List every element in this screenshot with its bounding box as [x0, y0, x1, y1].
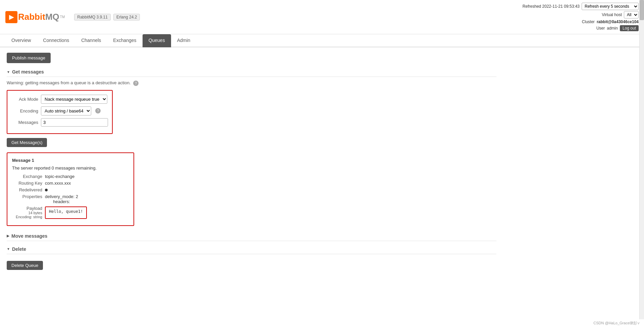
redelivered-row: Redelivered	[12, 187, 129, 192]
user-label: User	[596, 26, 605, 31]
virtual-host-select[interactable]: All /	[624, 11, 639, 18]
get-messages-section-header[interactable]: ▼ Get messages	[7, 67, 496, 77]
payload-label: Payload	[26, 206, 42, 211]
user-row: User admin Log out	[596, 25, 639, 31]
user-name: admin	[607, 26, 618, 31]
encoding-label: Encoding	[11, 108, 38, 113]
logo-text-rabbit: Rabbit	[18, 12, 45, 22]
move-messages-arrow: ▶	[7, 234, 9, 238]
exchange-label: Exchange	[12, 174, 42, 179]
virtual-host-label: Virtual host	[602, 12, 622, 17]
encoding-row: Encoding Auto string / base64 base64 ?	[11, 106, 108, 115]
payload-content-box: Hello, queue1!	[45, 206, 87, 219]
properties-value: delivery_mode: 2 headers:	[45, 194, 78, 204]
logo-tm: TM	[60, 15, 65, 19]
payload-encoding: Encoding: string	[16, 215, 42, 219]
header: ▶ RabbitMQTM RabbitMQ 3.9.11 Erlang 24.2…	[0, 0, 644, 34]
ack-mode-select[interactable]: Nack message requeue true Ack message re…	[41, 95, 107, 104]
top-right-controls: Refreshed 2022-11-21 09:53:43 Refresh ev…	[523, 3, 639, 31]
properties-label: Properties	[12, 194, 42, 204]
ack-mode-row: Ack Mode Nack message requeue true Ack m…	[11, 95, 108, 104]
delete-section-header[interactable]: ▼ Delete	[7, 244, 496, 254]
routing-key-value: com.xxxx.xxx	[45, 181, 71, 186]
properties-row: Properties delivery_mode: 2 headers:	[12, 194, 129, 204]
payload-row: Payload 14 bytes Encoding: string Hello,…	[12, 206, 129, 219]
logo-area: ▶ RabbitMQTM RabbitMQ 3.9.11 Erlang 24.2	[5, 11, 140, 23]
exchange-value: topic-exchange	[45, 174, 74, 179]
messages-count-row: Messages	[11, 118, 108, 127]
warning-help-icon[interactable]: ?	[133, 81, 139, 86]
redelivered-value	[45, 187, 48, 192]
messages-label: Messages	[11, 120, 38, 125]
nav-overview[interactable]: Overview	[5, 34, 37, 47]
payload-label-area: Payload 14 bytes Encoding: string	[12, 206, 42, 219]
main-content: Publish message ▼ Get messages Warning: …	[0, 47, 503, 277]
get-messages-warning: Warning: getting messages from a queue i…	[7, 80, 496, 86]
routing-key-row: Routing Key com.xxxx.xxx	[12, 181, 129, 186]
refresh-row: Refreshed 2022-11-21 09:53:43 Refresh ev…	[523, 3, 639, 10]
refreshed-timestamp: Refreshed 2022-11-21 09:53:43	[523, 4, 580, 9]
ack-mode-label: Ack Mode	[11, 97, 38, 102]
message-result-title: Message 1	[12, 158, 129, 163]
scrollbar-thumb[interactable]	[640, 0, 644, 20]
refresh-select[interactable]: Refresh every 5 seconds Refresh every 10…	[582, 3, 639, 10]
nav-channels[interactable]: Channels	[75, 34, 107, 47]
cluster-label: Cluster	[582, 19, 595, 24]
get-messages-arrow: ▼	[7, 70, 10, 74]
delete-section-title: Delete	[12, 246, 26, 252]
payload-content: Hello, queue1!	[49, 209, 83, 214]
navigation: Overview Connections Channels Exchanges …	[0, 34, 644, 47]
redelivered-bullet	[45, 189, 48, 191]
message-result-box: Message 1 The server reported 0 messages…	[7, 152, 134, 226]
get-messages-title: Get messages	[12, 69, 44, 75]
scrollbar[interactable]	[639, 0, 644, 277]
move-messages-section-header[interactable]: ▶ Move messages	[7, 231, 496, 241]
logo-text-mq: MQ	[45, 12, 59, 22]
publish-message-button[interactable]: Publish message	[7, 53, 51, 63]
redelivered-label: Redelivered	[12, 187, 42, 192]
nav-admin[interactable]: Admin	[171, 34, 197, 47]
version-badges: RabbitMQ 3.9.11 Erlang 24.2	[74, 14, 140, 20]
nav-exchanges[interactable]: Exchanges	[107, 34, 142, 47]
cluster-row: Cluster rabbit@0a43046ce104	[582, 19, 639, 24]
virtual-host-row: Virtual host All /	[602, 11, 639, 18]
logout-button[interactable]: Log out	[620, 25, 639, 31]
nav-queues[interactable]: Queues	[143, 34, 171, 47]
move-messages-title: Move messages	[11, 233, 47, 239]
logo-icon: ▶	[5, 11, 17, 23]
get-messages-form: Ack Mode Nack message requeue true Ack m…	[7, 90, 113, 134]
encoding-help-icon[interactable]: ?	[95, 108, 101, 113]
nav-connections[interactable]: Connections	[37, 34, 75, 47]
rabbitmq-version: RabbitMQ 3.9.11	[74, 14, 111, 20]
delete-queue-button[interactable]: Delete Queue	[7, 261, 43, 270]
exchange-row: Exchange topic-exchange	[12, 174, 129, 179]
rabbit-logo: ▶ RabbitMQTM	[5, 11, 65, 23]
messages-input[interactable]	[41, 118, 108, 127]
get-messages-button[interactable]: Get Message(s)	[7, 138, 47, 147]
delete-arrow: ▼	[7, 247, 10, 251]
cluster-name: rabbit@0a43046ce104	[597, 19, 639, 24]
routing-key-label: Routing Key	[12, 181, 42, 186]
erlang-version: Erlang 24.2	[113, 14, 140, 20]
message-remaining-text: The server reported 0 messages remaining…	[12, 166, 129, 171]
payload-bytes: 14 bytes	[28, 211, 42, 215]
encoding-select[interactable]: Auto string / base64 base64	[41, 106, 91, 115]
